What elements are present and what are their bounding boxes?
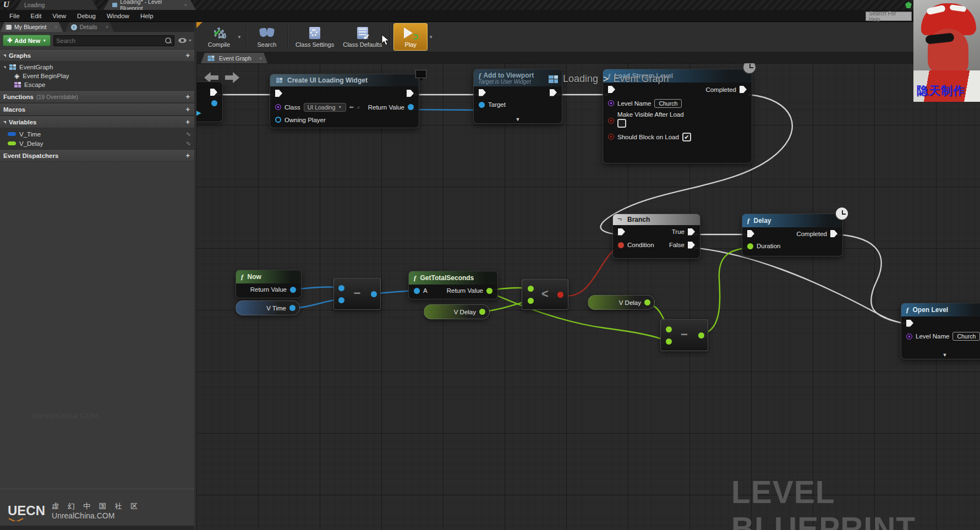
exec-in-pin[interactable] — [906, 320, 913, 327]
variable-v-delay[interactable]: V_Delay ∿ — [0, 139, 196, 148]
exec-in-pin[interactable] — [275, 90, 282, 97]
search-for-help-input[interactable]: Search For Help — [866, 12, 912, 21]
make-visible-pin[interactable] — [608, 118, 614, 124]
tab-my-blueprint[interactable]: My Blueprint × — [0, 22, 63, 32]
completed-exec-pin[interactable] — [830, 230, 837, 237]
node-get-v-delay-1[interactable]: V Delay — [424, 304, 490, 319]
value-out-pin[interactable] — [644, 299, 650, 305]
node-create-ui-loading-widget[interactable]: Create UI Loading Widget Class UI Loadin… — [270, 74, 419, 128]
section-event-dispatchers[interactable]: Event Dispatchers + — [0, 149, 196, 162]
in-pin-b[interactable] — [338, 297, 344, 303]
node-subtract-1[interactable]: − — [333, 278, 381, 310]
in-pin-b[interactable] — [666, 338, 672, 345]
visibility-filter-button[interactable]: ▼ — [177, 37, 193, 44]
level-name-pin[interactable] — [608, 100, 614, 106]
window-tab-loading[interactable]: Loading — [15, 0, 98, 10]
false-exec-pin[interactable] — [688, 242, 695, 249]
class-pin[interactable] — [275, 104, 281, 110]
menu-window[interactable]: Window — [102, 11, 134, 21]
value-out-pin[interactable] — [479, 309, 485, 315]
exec-out-pin[interactable] — [550, 89, 557, 96]
sidebar-item-escape[interactable]: Escape — [0, 80, 196, 89]
in-pin-a[interactable] — [528, 286, 534, 292]
level-name-input[interactable]: Church — [654, 99, 682, 108]
close-icon[interactable]: × — [259, 56, 262, 61]
node-delay[interactable]: ƒ Delay Completed Duration — [742, 214, 843, 256]
section-macros[interactable]: Macros + — [0, 103, 196, 116]
node-get-v-time[interactable]: V Time — [236, 300, 300, 315]
level-name-pin[interactable] — [906, 334, 912, 340]
a-pin[interactable] — [414, 288, 420, 294]
out-pin[interactable] — [557, 292, 563, 298]
collapse-arrow-icon[interactable]: ▼ — [516, 117, 521, 122]
node-get-v-delay-2[interactable]: V Delay — [588, 295, 655, 310]
node-subtract-2[interactable]: − — [660, 319, 708, 351]
exec-in-pin[interactable] — [479, 89, 486, 96]
window-tab-level-blueprint[interactable]: Loading* - Level Blueprint × — [103, 0, 196, 10]
in-pin-a[interactable] — [338, 285, 344, 291]
out-pin[interactable] — [698, 332, 704, 338]
exec-in-pin[interactable] — [618, 228, 625, 236]
sidebar-item-eventgraph[interactable]: EventGraph — [0, 63, 196, 72]
breadcrumb-root[interactable]: Loading — [563, 73, 598, 85]
search-button[interactable]: Search — [250, 23, 284, 51]
collapse-arrow-icon[interactable]: ▼ — [943, 352, 948, 358]
tab-event-graph[interactable]: Event Graph × — [201, 53, 267, 63]
breadcrumb-current[interactable]: Event Graph — [613, 73, 669, 85]
node-less-than[interactable]: < — [522, 279, 568, 310]
add-new-button[interactable]: ✚ Add New ▼ — [3, 35, 51, 46]
add-variable-button[interactable]: + — [182, 118, 193, 126]
true-exec-pin[interactable] — [688, 228, 695, 236]
play-button[interactable]: Play — [393, 23, 428, 51]
search-input[interactable] — [56, 37, 165, 44]
return-value-pin[interactable] — [408, 104, 414, 110]
close-icon[interactable]: × — [54, 24, 57, 30]
add-dispatcher-button[interactable]: + — [182, 151, 193, 160]
condition-pin[interactable] — [618, 242, 624, 248]
section-functions[interactable]: Functions (19 Overridable) + — [0, 90, 196, 103]
sidebar-item-event-beginplay[interactable]: ◈ Event BeginPlay — [0, 72, 196, 80]
return-value-pin[interactable] — [290, 287, 296, 293]
event-graph-canvas[interactable]: LEVEL BLUEPRINT — [196, 63, 980, 530]
in-pin-b[interactable] — [528, 298, 534, 304]
compile-options-dropdown[interactable]: ▼ — [237, 35, 242, 40]
menu-file[interactable]: File — [4, 11, 25, 21]
add-graph-button[interactable]: + — [182, 51, 193, 59]
node-get-total-seconds[interactable]: ƒ GetTotalSeconds A Return Value — [408, 271, 498, 299]
out-pin[interactable] — [371, 291, 377, 297]
use-selected-icon[interactable]: ⬅ — [349, 104, 354, 110]
add-macro-button[interactable]: + — [182, 105, 193, 113]
exec-in-pin[interactable] — [747, 230, 754, 237]
class-select[interactable]: UI Loading ▼ — [304, 103, 346, 112]
in-pin-a[interactable] — [666, 326, 672, 332]
node-branch[interactable]: Branch True Condition False — [612, 214, 700, 259]
duration-pin[interactable] — [747, 243, 753, 249]
exec-out-pin[interactable] — [407, 90, 414, 97]
section-graphs[interactable]: Graphs + — [0, 49, 196, 62]
tab-details[interactable]: i Details × — [65, 22, 114, 32]
should-block-checkbox[interactable]: ✔ — [682, 133, 691, 141]
play-options-dropdown[interactable]: ▼ — [429, 35, 433, 40]
exec-in-pin[interactable] — [608, 86, 615, 93]
node-open-level[interactable]: ƒ Open Level Level Name Church ▼ — [901, 303, 980, 359]
browse-icon[interactable]: ⌕ — [357, 104, 360, 111]
add-function-button[interactable]: + — [182, 92, 193, 101]
menu-edit[interactable]: Edit — [26, 11, 47, 21]
value-out-pin[interactable] — [289, 305, 295, 311]
close-icon[interactable]: × — [106, 24, 108, 30]
target-pin[interactable] — [479, 102, 485, 108]
class-settings-button[interactable]: Class Settings — [291, 23, 338, 51]
data-pin[interactable] — [211, 100, 217, 106]
menu-view[interactable]: View — [47, 11, 71, 21]
return-value-pin[interactable] — [486, 288, 492, 294]
completed-exec-pin[interactable] — [740, 86, 747, 93]
class-defaults-button[interactable]: ✔ Class Defaults — [338, 23, 386, 51]
compile-button[interactable]: ✔ Compile — [202, 23, 236, 51]
close-icon[interactable]: × — [184, 2, 187, 8]
owning-player-pin[interactable] — [275, 117, 281, 123]
level-name-input[interactable]: Church — [952, 332, 980, 341]
variable-v-time[interactable]: V_Time ∿ — [0, 129, 196, 139]
should-block-pin[interactable] — [608, 134, 614, 140]
section-variables[interactable]: Variables + — [0, 116, 196, 128]
make-visible-checkbox[interactable] — [617, 119, 626, 128]
